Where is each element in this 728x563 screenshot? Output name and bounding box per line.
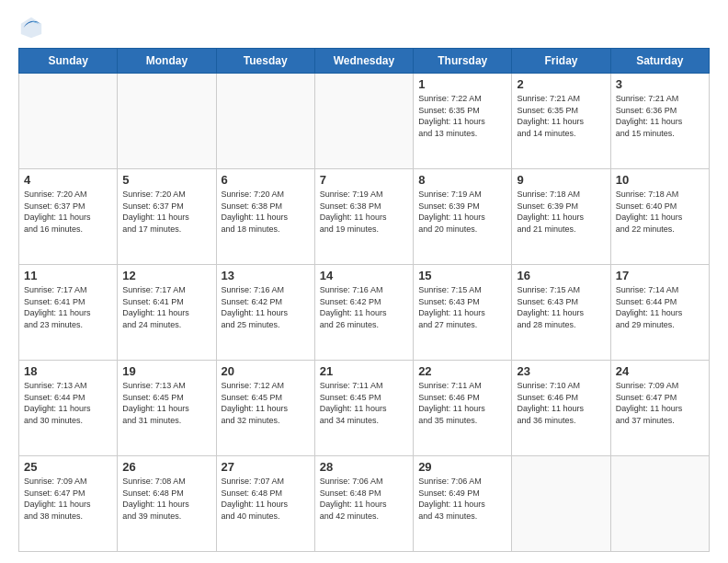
day-number: 28 bbox=[320, 460, 408, 474]
page: Sunday Monday Tuesday Wednesday Thursday… bbox=[0, 0, 728, 563]
day-info: Sunrise: 7:15 AM Sunset: 6:43 PM Dayligh… bbox=[517, 284, 605, 330]
calendar-week-row: 11Sunrise: 7:17 AM Sunset: 6:41 PM Dayli… bbox=[19, 265, 710, 361]
calendar-cell bbox=[314, 74, 413, 169]
day-info: Sunrise: 7:12 AM Sunset: 6:45 PM Dayligh… bbox=[222, 380, 310, 426]
day-number: 6 bbox=[222, 173, 310, 187]
calendar-cell: 22Sunrise: 7:11 AM Sunset: 6:46 PM Dayli… bbox=[414, 361, 512, 456]
day-number: 29 bbox=[418, 460, 506, 474]
calendar-cell: 17Sunrise: 7:14 AM Sunset: 6:44 PM Dayli… bbox=[610, 265, 709, 361]
calendar-week-row: 18Sunrise: 7:13 AM Sunset: 6:44 PM Dayli… bbox=[19, 361, 710, 456]
day-number: 8 bbox=[418, 173, 506, 187]
svg-marker-0 bbox=[21, 17, 41, 38]
day-info: Sunrise: 7:21 AM Sunset: 6:35 PM Dayligh… bbox=[517, 93, 605, 139]
day-number: 5 bbox=[122, 173, 210, 187]
calendar: Sunday Monday Tuesday Wednesday Thursday… bbox=[18, 48, 710, 552]
day-info: Sunrise: 7:15 AM Sunset: 6:43 PM Dayligh… bbox=[418, 284, 506, 330]
calendar-cell: 24Sunrise: 7:09 AM Sunset: 6:47 PM Dayli… bbox=[610, 361, 709, 456]
day-info: Sunrise: 7:20 AM Sunset: 6:38 PM Dayligh… bbox=[222, 189, 310, 235]
calendar-cell: 6Sunrise: 7:20 AM Sunset: 6:38 PM Daylig… bbox=[216, 169, 314, 265]
col-saturday: Saturday bbox=[610, 49, 709, 74]
day-number: 3 bbox=[616, 77, 704, 91]
calendar-cell: 15Sunrise: 7:15 AM Sunset: 6:43 PM Dayli… bbox=[414, 265, 512, 361]
col-thursday: Thursday bbox=[414, 49, 512, 74]
day-number: 14 bbox=[320, 269, 408, 282]
day-info: Sunrise: 7:19 AM Sunset: 6:38 PM Dayligh… bbox=[320, 189, 408, 235]
day-number: 25 bbox=[24, 460, 112, 474]
day-number: 23 bbox=[517, 364, 605, 378]
day-number: 22 bbox=[418, 364, 506, 378]
calendar-cell: 1Sunrise: 7:22 AM Sunset: 6:35 PM Daylig… bbox=[414, 74, 512, 169]
day-info: Sunrise: 7:19 AM Sunset: 6:39 PM Dayligh… bbox=[418, 189, 506, 235]
logo bbox=[18, 15, 48, 40]
day-info: Sunrise: 7:11 AM Sunset: 6:46 PM Dayligh… bbox=[418, 380, 506, 426]
calendar-cell: 13Sunrise: 7:16 AM Sunset: 6:42 PM Dayli… bbox=[216, 265, 314, 361]
calendar-cell: 14Sunrise: 7:16 AM Sunset: 6:42 PM Dayli… bbox=[314, 265, 413, 361]
col-friday: Friday bbox=[512, 49, 610, 74]
calendar-cell: 2Sunrise: 7:21 AM Sunset: 6:35 PM Daylig… bbox=[512, 74, 610, 169]
calendar-cell: 9Sunrise: 7:18 AM Sunset: 6:39 PM Daylig… bbox=[512, 169, 610, 265]
calendar-cell: 4Sunrise: 7:20 AM Sunset: 6:37 PM Daylig… bbox=[19, 169, 118, 265]
logo-icon bbox=[18, 15, 44, 40]
calendar-cell: 3Sunrise: 7:21 AM Sunset: 6:36 PM Daylig… bbox=[610, 74, 709, 169]
day-info: Sunrise: 7:07 AM Sunset: 6:48 PM Dayligh… bbox=[222, 476, 310, 522]
day-info: Sunrise: 7:09 AM Sunset: 6:47 PM Dayligh… bbox=[616, 380, 704, 426]
calendar-cell bbox=[19, 74, 118, 169]
day-info: Sunrise: 7:14 AM Sunset: 6:44 PM Dayligh… bbox=[616, 284, 704, 330]
calendar-cell: 20Sunrise: 7:12 AM Sunset: 6:45 PM Dayli… bbox=[216, 361, 314, 456]
calendar-cell: 29Sunrise: 7:06 AM Sunset: 6:49 PM Dayli… bbox=[414, 456, 512, 552]
col-sunday: Sunday bbox=[19, 49, 118, 74]
calendar-cell: 5Sunrise: 7:20 AM Sunset: 6:37 PM Daylig… bbox=[118, 169, 216, 265]
calendar-cell: 18Sunrise: 7:13 AM Sunset: 6:44 PM Dayli… bbox=[19, 361, 118, 456]
calendar-cell: 7Sunrise: 7:19 AM Sunset: 6:38 PM Daylig… bbox=[314, 169, 413, 265]
day-number: 7 bbox=[320, 173, 408, 187]
calendar-header-row: Sunday Monday Tuesday Wednesday Thursday… bbox=[19, 49, 710, 74]
calendar-cell: 28Sunrise: 7:06 AM Sunset: 6:48 PM Dayli… bbox=[314, 456, 413, 552]
day-number: 26 bbox=[122, 460, 210, 474]
day-number: 17 bbox=[616, 269, 704, 282]
day-number: 4 bbox=[24, 173, 112, 187]
col-wednesday: Wednesday bbox=[314, 49, 413, 74]
calendar-cell: 26Sunrise: 7:08 AM Sunset: 6:48 PM Dayli… bbox=[118, 456, 216, 552]
day-info: Sunrise: 7:16 AM Sunset: 6:42 PM Dayligh… bbox=[222, 284, 310, 330]
calendar-cell bbox=[216, 74, 314, 169]
day-info: Sunrise: 7:13 AM Sunset: 6:44 PM Dayligh… bbox=[24, 380, 112, 426]
day-info: Sunrise: 7:09 AM Sunset: 6:47 PM Dayligh… bbox=[24, 476, 112, 522]
day-number: 13 bbox=[222, 269, 310, 282]
calendar-cell bbox=[610, 456, 709, 552]
day-info: Sunrise: 7:20 AM Sunset: 6:37 PM Dayligh… bbox=[122, 189, 210, 235]
day-number: 16 bbox=[517, 269, 605, 282]
day-number: 24 bbox=[616, 364, 704, 378]
calendar-cell: 16Sunrise: 7:15 AM Sunset: 6:43 PM Dayli… bbox=[512, 265, 610, 361]
day-info: Sunrise: 7:10 AM Sunset: 6:46 PM Dayligh… bbox=[517, 380, 605, 426]
calendar-week-row: 25Sunrise: 7:09 AM Sunset: 6:47 PM Dayli… bbox=[19, 456, 710, 552]
day-info: Sunrise: 7:18 AM Sunset: 6:39 PM Dayligh… bbox=[517, 189, 605, 235]
day-info: Sunrise: 7:06 AM Sunset: 6:48 PM Dayligh… bbox=[320, 476, 408, 522]
calendar-week-row: 1Sunrise: 7:22 AM Sunset: 6:35 PM Daylig… bbox=[19, 74, 710, 169]
calendar-cell: 27Sunrise: 7:07 AM Sunset: 6:48 PM Dayli… bbox=[216, 456, 314, 552]
day-info: Sunrise: 7:17 AM Sunset: 6:41 PM Dayligh… bbox=[122, 284, 210, 330]
day-info: Sunrise: 7:06 AM Sunset: 6:49 PM Dayligh… bbox=[418, 476, 506, 522]
col-tuesday: Tuesday bbox=[216, 49, 314, 74]
day-number: 2 bbox=[517, 77, 605, 91]
day-info: Sunrise: 7:16 AM Sunset: 6:42 PM Dayligh… bbox=[320, 284, 408, 330]
day-info: Sunrise: 7:08 AM Sunset: 6:48 PM Dayligh… bbox=[122, 476, 210, 522]
calendar-cell: 21Sunrise: 7:11 AM Sunset: 6:45 PM Dayli… bbox=[314, 361, 413, 456]
calendar-cell: 19Sunrise: 7:13 AM Sunset: 6:45 PM Dayli… bbox=[118, 361, 216, 456]
day-number: 19 bbox=[122, 364, 210, 378]
day-number: 27 bbox=[222, 460, 310, 474]
day-info: Sunrise: 7:22 AM Sunset: 6:35 PM Dayligh… bbox=[418, 93, 506, 139]
day-number: 1 bbox=[418, 77, 506, 91]
calendar-cell: 10Sunrise: 7:18 AM Sunset: 6:40 PM Dayli… bbox=[610, 169, 709, 265]
day-number: 11 bbox=[24, 269, 112, 282]
header bbox=[18, 15, 710, 40]
calendar-cell: 23Sunrise: 7:10 AM Sunset: 6:46 PM Dayli… bbox=[512, 361, 610, 456]
day-info: Sunrise: 7:11 AM Sunset: 6:45 PM Dayligh… bbox=[320, 380, 408, 426]
col-monday: Monday bbox=[118, 49, 216, 74]
day-info: Sunrise: 7:21 AM Sunset: 6:36 PM Dayligh… bbox=[616, 93, 704, 139]
calendar-cell: 11Sunrise: 7:17 AM Sunset: 6:41 PM Dayli… bbox=[19, 265, 118, 361]
day-info: Sunrise: 7:13 AM Sunset: 6:45 PM Dayligh… bbox=[122, 380, 210, 426]
day-info: Sunrise: 7:18 AM Sunset: 6:40 PM Dayligh… bbox=[616, 189, 704, 235]
day-info: Sunrise: 7:17 AM Sunset: 6:41 PM Dayligh… bbox=[24, 284, 112, 330]
day-number: 21 bbox=[320, 364, 408, 378]
calendar-cell: 25Sunrise: 7:09 AM Sunset: 6:47 PM Dayli… bbox=[19, 456, 118, 552]
